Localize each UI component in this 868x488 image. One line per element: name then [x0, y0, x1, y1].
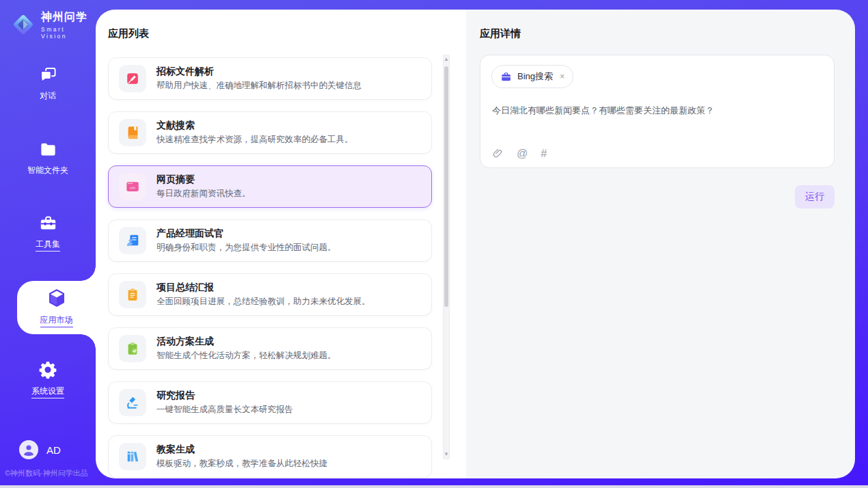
sidebar-nav: 对话 智能文件夹	[0, 57, 96, 405]
run-button[interactable]: 运行	[795, 185, 835, 208]
book-icon	[119, 119, 146, 146]
app-desc: 智能生成个性化活动方案，轻松解决规划难题。	[157, 351, 336, 361]
cube-icon	[46, 288, 67, 308]
app-detail-panel: 应用详情 Bing搜索 × 今日湖北有哪些新闻要点？有哪些需要关注的最新政策？	[466, 10, 855, 478]
app-card-project-summary[interactable]: 项目总结汇报 全面回顾项目进展，总结经验教训，助力未来优化发展。	[108, 273, 432, 316]
main-content: 应用列表 招标文件解析 帮助用户快速、准确地理解和解析招标书中的关键信息	[96, 10, 855, 478]
app-name: 研究报告	[157, 390, 293, 400]
user-initials: AD	[46, 444, 61, 456]
window-bottom-edge	[0, 485, 868, 488]
scrollbar-thumb[interactable]	[444, 66, 448, 307]
doc-edit-icon	[119, 65, 146, 92]
sidebar-item-settings[interactable]: 系统设置	[0, 353, 96, 405]
folder-icon	[39, 140, 57, 159]
hashtag-icon[interactable]: #	[541, 148, 547, 159]
app-desc: 模板驱动，教案秒成，教学准备从此轻松快捷	[157, 459, 327, 469]
briefcase-icon	[500, 71, 512, 83]
app-card-literature-search[interactable]: 文献搜索 快速精准查找学术资源，提高研究效率的必备工具。	[108, 111, 432, 154]
copyright-text: ©神州数码·神州问学出品	[5, 468, 88, 478]
app-desc: 明确身份和职责，为您提供专业性的面试问题。	[157, 243, 336, 253]
app-name: 教案生成	[157, 444, 327, 454]
query-text[interactable]: 今日湖北有哪些新闻要点？有哪些需要关注的最新政策？	[492, 105, 823, 117]
browser-code-icon: </>	[119, 173, 146, 200]
sidebar-item-label: 对话	[40, 90, 56, 102]
sidebar-item-smart-folder[interactable]: 智能文件夹	[0, 132, 96, 184]
sidebar-item-label: 工具集	[36, 239, 60, 252]
sidebar: 神州问学 Smart Vision 对话	[0, 0, 96, 485]
app-detail-title: 应用详情	[480, 27, 521, 40]
attachment-toolbar: @ #	[492, 148, 547, 159]
app-name: 项目总结汇报	[157, 282, 370, 292]
app-name: 活动方案生成	[157, 336, 336, 346]
sidebar-item-toolset[interactable]: 工具集	[0, 206, 96, 258]
app-desc: 帮助用户快速、准确地理解和解析招标书中的关键信息	[157, 81, 362, 91]
tool-chip-label: Bing搜索	[517, 70, 553, 83]
books-icon	[119, 443, 146, 470]
chat-icon	[39, 66, 57, 84]
brand-subtitle: Smart Vision	[41, 26, 92, 40]
app-card-bid-parsing[interactable]: 招标文件解析 帮助用户快速、准确地理解和解析招标书中的关键信息	[108, 57, 432, 100]
avatar-icon	[19, 440, 38, 459]
sidebar-item-label: 系统设置	[31, 385, 64, 398]
app-desc: 快速精准查找学术资源，提高研究效率的必备工具。	[157, 135, 353, 145]
app-list-scrollbar[interactable]: ▲ ▼	[443, 55, 450, 459]
app-name: 网页摘要	[157, 174, 251, 184]
clipboard-icon	[119, 281, 146, 308]
sidebar-item-chat[interactable]: 对话	[0, 57, 96, 109]
brand-name: 神州问学	[41, 10, 92, 25]
app-card-lesson-plan[interactable]: 教案生成 模板驱动，教案秒成，教学准备从此轻松快捷	[108, 435, 432, 478]
app-desc: 一键智能生成高质量长文本研究报告	[157, 405, 293, 415]
app-list-panel: 应用列表 招标文件解析 帮助用户快速、准确地理解和解析招标书中的关键信息	[96, 10, 466, 478]
app-name: 文献搜索	[157, 120, 353, 130]
scroll-up-icon[interactable]: ▲	[444, 55, 449, 64]
toolbox-icon	[39, 214, 57, 232]
app-card-pm-interviewer[interactable]: 产品经理面试官 明确身份和职责，为您提供专业性的面试问题。	[108, 219, 432, 262]
gear-icon	[38, 360, 57, 379]
prompt-input-card[interactable]: Bing搜索 × 今日湖北有哪些新闻要点？有哪些需要关注的最新政策？ @ #	[480, 55, 835, 168]
app-list-title: 应用列表	[108, 27, 149, 40]
app-desc: 每日政府新闻资讯快查。	[157, 189, 251, 199]
app-card-research-report[interactable]: 研究报告 一键智能生成高质量长文本研究报告	[108, 381, 432, 424]
mention-icon[interactable]: @	[517, 148, 528, 159]
resume-icon	[119, 227, 146, 254]
sidebar-item-app-market[interactable]: 应用市场	[17, 281, 96, 334]
clipboard-check-icon	[119, 335, 146, 362]
user-profile[interactable]: AD	[19, 440, 61, 459]
app-desc: 全面回顾项目进展，总结经验教训，助力未来优化发展。	[157, 297, 370, 307]
sidebar-item-label: 智能文件夹	[27, 165, 68, 176]
app-card-web-summary[interactable]: </> 网页摘要 每日政府新闻资讯快查。	[108, 165, 432, 208]
brand-diamond-icon	[11, 12, 36, 37]
svg-text:</>: </>	[130, 186, 136, 190]
chip-close-icon[interactable]: ×	[558, 72, 565, 81]
scroll-down-icon[interactable]: ▼	[444, 450, 449, 459]
app-cards: 招标文件解析 帮助用户快速、准确地理解和解析招标书中的关键信息 文献搜索	[108, 57, 432, 478]
app-name: 招标文件解析	[157, 66, 362, 76]
microscope-icon	[119, 389, 146, 416]
app-name: 产品经理面试官	[157, 228, 336, 238]
app-card-event-plan[interactable]: 活动方案生成 智能生成个性化活动方案，轻松解决规划难题。	[108, 327, 432, 370]
sidebar-item-label: 应用市场	[40, 314, 73, 327]
app-window: 神州问学 Smart Vision 对话	[0, 0, 868, 488]
paperclip-icon[interactable]	[492, 148, 504, 159]
tool-chip-bing-search[interactable]: Bing搜索 ×	[491, 65, 573, 88]
brand-logo: 神州问学 Smart Vision	[0, 0, 96, 38]
